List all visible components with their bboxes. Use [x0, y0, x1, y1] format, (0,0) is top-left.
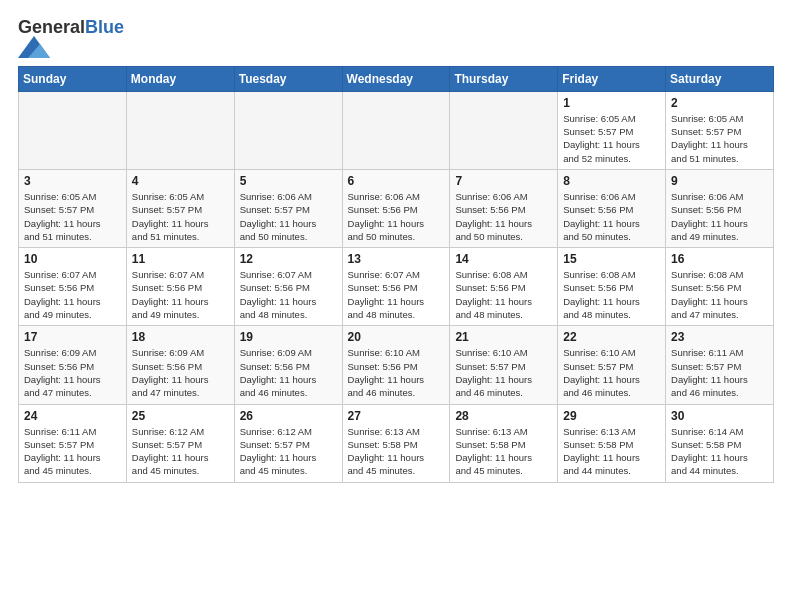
calendar-week-3: 10Sunrise: 6:07 AMSunset: 5:56 PMDayligh…	[19, 248, 774, 326]
day-info: Sunrise: 6:05 AMSunset: 5:57 PMDaylight:…	[132, 190, 229, 243]
day-info: Sunrise: 6:11 AMSunset: 5:57 PMDaylight:…	[671, 346, 768, 399]
day-info: Sunrise: 6:08 AMSunset: 5:56 PMDaylight:…	[455, 268, 552, 321]
header: GeneralBlue	[18, 18, 774, 58]
day-number: 16	[671, 252, 768, 266]
day-info: Sunrise: 6:05 AMSunset: 5:57 PMDaylight:…	[24, 190, 121, 243]
day-info: Sunrise: 6:06 AMSunset: 5:56 PMDaylight:…	[348, 190, 445, 243]
logo-blue-text: Blue	[85, 17, 124, 37]
calendar-cell: 26Sunrise: 6:12 AMSunset: 5:57 PMDayligh…	[234, 404, 342, 482]
day-info: Sunrise: 6:08 AMSunset: 5:56 PMDaylight:…	[671, 268, 768, 321]
calendar-cell: 16Sunrise: 6:08 AMSunset: 5:56 PMDayligh…	[666, 248, 774, 326]
day-number: 29	[563, 409, 660, 423]
day-number: 4	[132, 174, 229, 188]
day-info: Sunrise: 6:07 AMSunset: 5:56 PMDaylight:…	[24, 268, 121, 321]
day-number: 5	[240, 174, 337, 188]
calendar-cell: 25Sunrise: 6:12 AMSunset: 5:57 PMDayligh…	[126, 404, 234, 482]
day-number: 17	[24, 330, 121, 344]
day-info: Sunrise: 6:14 AMSunset: 5:58 PMDaylight:…	[671, 425, 768, 478]
calendar-cell: 5Sunrise: 6:06 AMSunset: 5:57 PMDaylight…	[234, 169, 342, 247]
logo-general-text: General	[18, 17, 85, 37]
day-number: 9	[671, 174, 768, 188]
day-number: 13	[348, 252, 445, 266]
calendar-cell: 28Sunrise: 6:13 AMSunset: 5:58 PMDayligh…	[450, 404, 558, 482]
calendar-week-5: 24Sunrise: 6:11 AMSunset: 5:57 PMDayligh…	[19, 404, 774, 482]
calendar-cell: 10Sunrise: 6:07 AMSunset: 5:56 PMDayligh…	[19, 248, 127, 326]
logo: GeneralBlue	[18, 18, 124, 58]
day-info: Sunrise: 6:07 AMSunset: 5:56 PMDaylight:…	[348, 268, 445, 321]
calendar-cell: 14Sunrise: 6:08 AMSunset: 5:56 PMDayligh…	[450, 248, 558, 326]
day-number: 20	[348, 330, 445, 344]
weekday-header-thursday: Thursday	[450, 66, 558, 91]
calendar-cell: 24Sunrise: 6:11 AMSunset: 5:57 PMDayligh…	[19, 404, 127, 482]
weekday-header-tuesday: Tuesday	[234, 66, 342, 91]
day-number: 10	[24, 252, 121, 266]
day-info: Sunrise: 6:10 AMSunset: 5:57 PMDaylight:…	[455, 346, 552, 399]
calendar-cell: 29Sunrise: 6:13 AMSunset: 5:58 PMDayligh…	[558, 404, 666, 482]
calendar-cell	[342, 91, 450, 169]
calendar-week-4: 17Sunrise: 6:09 AMSunset: 5:56 PMDayligh…	[19, 326, 774, 404]
calendar-cell: 9Sunrise: 6:06 AMSunset: 5:56 PMDaylight…	[666, 169, 774, 247]
day-info: Sunrise: 6:07 AMSunset: 5:56 PMDaylight:…	[240, 268, 337, 321]
calendar-cell	[19, 91, 127, 169]
calendar-cell	[234, 91, 342, 169]
day-number: 11	[132, 252, 229, 266]
calendar-cell: 1Sunrise: 6:05 AMSunset: 5:57 PMDaylight…	[558, 91, 666, 169]
calendar-cell: 6Sunrise: 6:06 AMSunset: 5:56 PMDaylight…	[342, 169, 450, 247]
weekday-header-friday: Friday	[558, 66, 666, 91]
calendar-cell	[450, 91, 558, 169]
day-number: 25	[132, 409, 229, 423]
weekday-header-wednesday: Wednesday	[342, 66, 450, 91]
day-info: Sunrise: 6:12 AMSunset: 5:57 PMDaylight:…	[240, 425, 337, 478]
calendar-table: SundayMondayTuesdayWednesdayThursdayFrid…	[18, 66, 774, 483]
day-info: Sunrise: 6:11 AMSunset: 5:57 PMDaylight:…	[24, 425, 121, 478]
day-info: Sunrise: 6:09 AMSunset: 5:56 PMDaylight:…	[24, 346, 121, 399]
calendar-cell: 18Sunrise: 6:09 AMSunset: 5:56 PMDayligh…	[126, 326, 234, 404]
day-number: 19	[240, 330, 337, 344]
day-number: 26	[240, 409, 337, 423]
day-number: 1	[563, 96, 660, 110]
day-info: Sunrise: 6:10 AMSunset: 5:57 PMDaylight:…	[563, 346, 660, 399]
day-number: 2	[671, 96, 768, 110]
day-number: 23	[671, 330, 768, 344]
calendar-header-row: SundayMondayTuesdayWednesdayThursdayFrid…	[19, 66, 774, 91]
calendar-cell: 30Sunrise: 6:14 AMSunset: 5:58 PMDayligh…	[666, 404, 774, 482]
day-info: Sunrise: 6:06 AMSunset: 5:56 PMDaylight:…	[563, 190, 660, 243]
calendar-cell	[126, 91, 234, 169]
weekday-header-monday: Monday	[126, 66, 234, 91]
day-info: Sunrise: 6:10 AMSunset: 5:56 PMDaylight:…	[348, 346, 445, 399]
day-info: Sunrise: 6:06 AMSunset: 5:56 PMDaylight:…	[671, 190, 768, 243]
calendar-week-1: 1Sunrise: 6:05 AMSunset: 5:57 PMDaylight…	[19, 91, 774, 169]
day-info: Sunrise: 6:06 AMSunset: 5:57 PMDaylight:…	[240, 190, 337, 243]
calendar-cell: 15Sunrise: 6:08 AMSunset: 5:56 PMDayligh…	[558, 248, 666, 326]
calendar-cell: 2Sunrise: 6:05 AMSunset: 5:57 PMDaylight…	[666, 91, 774, 169]
calendar-cell: 13Sunrise: 6:07 AMSunset: 5:56 PMDayligh…	[342, 248, 450, 326]
weekday-header-sunday: Sunday	[19, 66, 127, 91]
calendar-week-2: 3Sunrise: 6:05 AMSunset: 5:57 PMDaylight…	[19, 169, 774, 247]
calendar-cell: 12Sunrise: 6:07 AMSunset: 5:56 PMDayligh…	[234, 248, 342, 326]
day-info: Sunrise: 6:09 AMSunset: 5:56 PMDaylight:…	[132, 346, 229, 399]
day-number: 18	[132, 330, 229, 344]
day-number: 21	[455, 330, 552, 344]
day-number: 22	[563, 330, 660, 344]
day-number: 12	[240, 252, 337, 266]
day-number: 8	[563, 174, 660, 188]
day-number: 6	[348, 174, 445, 188]
calendar-cell: 11Sunrise: 6:07 AMSunset: 5:56 PMDayligh…	[126, 248, 234, 326]
page: GeneralBlue SundayMondayTuesdayWednesday…	[0, 0, 792, 495]
day-number: 15	[563, 252, 660, 266]
day-info: Sunrise: 6:05 AMSunset: 5:57 PMDaylight:…	[563, 112, 660, 165]
logo-icon	[18, 36, 50, 58]
calendar-cell: 8Sunrise: 6:06 AMSunset: 5:56 PMDaylight…	[558, 169, 666, 247]
calendar-cell: 22Sunrise: 6:10 AMSunset: 5:57 PMDayligh…	[558, 326, 666, 404]
day-number: 24	[24, 409, 121, 423]
day-info: Sunrise: 6:08 AMSunset: 5:56 PMDaylight:…	[563, 268, 660, 321]
day-info: Sunrise: 6:13 AMSunset: 5:58 PMDaylight:…	[455, 425, 552, 478]
calendar-cell: 19Sunrise: 6:09 AMSunset: 5:56 PMDayligh…	[234, 326, 342, 404]
day-info: Sunrise: 6:09 AMSunset: 5:56 PMDaylight:…	[240, 346, 337, 399]
day-number: 14	[455, 252, 552, 266]
day-info: Sunrise: 6:07 AMSunset: 5:56 PMDaylight:…	[132, 268, 229, 321]
calendar-cell: 4Sunrise: 6:05 AMSunset: 5:57 PMDaylight…	[126, 169, 234, 247]
day-info: Sunrise: 6:06 AMSunset: 5:56 PMDaylight:…	[455, 190, 552, 243]
day-number: 28	[455, 409, 552, 423]
calendar-cell: 17Sunrise: 6:09 AMSunset: 5:56 PMDayligh…	[19, 326, 127, 404]
